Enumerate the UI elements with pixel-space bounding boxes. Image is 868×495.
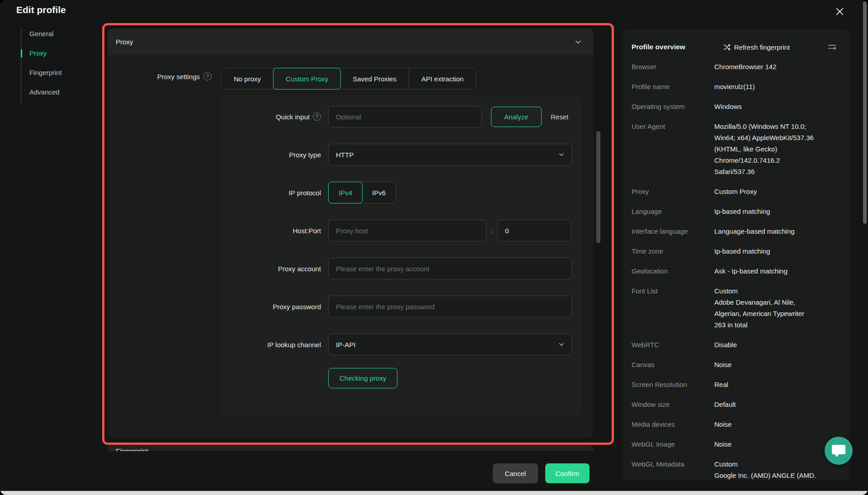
overview-row-label: Media devices <box>632 419 714 430</box>
profile-overview-panel: Profile overview Refresh fingerprint Bro… <box>623 29 850 480</box>
proxy-password-row: Proxy password <box>221 296 581 317</box>
proxy-settings-label: Proxy settings <box>157 73 200 80</box>
overview-row-value: movierulz(11) <box>714 81 755 92</box>
overview-row: Language Ip-based matching <box>632 206 836 217</box>
help-icon[interactable]: ? <box>313 113 321 121</box>
overview-row-label: Canvas <box>632 359 714 370</box>
overview-row-label: Window size <box>632 399 714 410</box>
overview-row-value: Noise <box>714 419 731 430</box>
ip-lookup-select[interactable]: IP-API <box>328 334 572 355</box>
proxy-port-input[interactable] <box>497 220 571 241</box>
modal-footer: Cancel Confirm <box>0 451 623 495</box>
sidebar-item-general[interactable]: General <box>22 28 62 40</box>
proxy-password-input[interactable] <box>328 296 572 317</box>
ip-protocol-option-ipv4[interactable]: IPv4 <box>328 182 363 203</box>
overview-row-label: Browser <box>632 61 714 72</box>
overview-row-label: WebRTC <box>632 339 714 350</box>
overview-header: Profile overview Refresh fingerprint <box>632 43 836 51</box>
cancel-button[interactable]: Cancel <box>493 463 538 483</box>
ip-lookup-value: IP-API <box>336 341 355 349</box>
overview-row-label: Proxy <box>632 186 714 197</box>
ip-lookup-label: IP lookup channel <box>221 341 321 349</box>
overview-row-value: Noise <box>714 359 731 370</box>
refresh-fingerprint-label: Refresh fingerprint <box>734 43 790 51</box>
proxy-type-row: Proxy type HTTP <box>221 144 581 165</box>
checking-proxy-button[interactable]: Checking proxy <box>328 368 397 388</box>
help-icon[interactable]: ? <box>203 72 212 80</box>
overview-row-label: WebGL Image <box>632 438 714 450</box>
quick-input-row: Quick input ? Analyze Reset <box>221 106 581 127</box>
overview-row: Window size Default <box>632 399 836 410</box>
overview-row-label: Font List <box>632 285 714 330</box>
overview-row: Profile name movierulz(11) <box>632 81 836 92</box>
reset-button[interactable]: Reset <box>551 113 568 121</box>
quick-input-label: Quick input ? <box>221 113 321 121</box>
host-port-label: Host:Port <box>221 227 321 235</box>
overview-row-value: Ip-based matching <box>714 206 770 217</box>
confirm-button[interactable]: Confirm <box>545 463 590 483</box>
refresh-fingerprint-button[interactable]: Refresh fingerprint <box>723 43 790 51</box>
proxy-section-title: Proxy <box>116 38 133 46</box>
sidebar-item-advanced[interactable]: Advanced <box>22 86 62 98</box>
tab-api-extraction[interactable]: API extraction <box>409 68 476 89</box>
overview-row-value: Default <box>714 399 736 410</box>
content-scrollbar-thumb[interactable] <box>596 131 600 243</box>
ip-protocol-segmented: IPv4IPv6 <box>328 182 396 203</box>
overview-row-value: Mozilla/5.0 (Windows NT 10.0; Win64; x64… <box>714 121 814 177</box>
ip-lookup-row: IP lookup channel IP-API <box>221 334 581 355</box>
chat-widget-button[interactable] <box>825 437 853 465</box>
analyze-button[interactable]: Analyze <box>491 107 542 127</box>
overview-row: WebRTC Disable <box>632 339 836 350</box>
edit-profile-modal: Edit profile GeneralProxyFingerprintAdva… <box>0 0 868 495</box>
quick-input-field[interactable] <box>328 106 482 127</box>
sidebar-item-proxy[interactable]: Proxy <box>22 47 62 59</box>
host-port-row: Host:Port : <box>221 220 581 241</box>
host-port-separator: : <box>491 227 493 235</box>
overview-row: WebGL Image Noise <box>632 438 836 450</box>
proxy-type-value: HTTP <box>336 151 354 159</box>
tab-saved-proxies[interactable]: Saved Proxies <box>340 68 409 89</box>
proxy-type-label: Proxy type <box>221 151 321 159</box>
overview-row: User Agent Mozilla/5.0 (Windows NT 10.0;… <box>632 121 836 177</box>
overview-scrollbar-thumb[interactable] <box>863 1 867 224</box>
sidebar-item-fingerprint[interactable]: Fingerprint <box>22 67 62 79</box>
overview-row-value: Noise <box>714 438 731 450</box>
tab-custom-proxy[interactable]: Custom Proxy <box>273 68 341 90</box>
overview-row-label: Profile name <box>632 81 714 92</box>
ip-protocol-label: IP protocol <box>221 189 321 197</box>
ip-protocol-option-ipv6[interactable]: IPv6 <box>362 182 396 203</box>
proxy-password-label: Proxy password <box>221 303 321 311</box>
overview-row-value: Custom Google Inc. (AMD) ANGLE (AMD. <box>714 458 816 480</box>
close-icon[interactable] <box>834 5 845 17</box>
overview-title: Profile overview <box>632 43 685 51</box>
overview-row: Media devices Noise <box>632 419 836 430</box>
overview-row: Geolocation Ask - Ip-based matching <box>632 265 836 277</box>
proxy-type-select[interactable]: HTTP <box>328 144 572 165</box>
sidebar-nav: GeneralProxyFingerprintAdvanced <box>21 28 62 106</box>
proxy-account-input[interactable] <box>328 258 572 279</box>
overview-row-value: Custom Proxy <box>714 186 757 197</box>
overview-row-value: Real <box>714 379 728 390</box>
overview-row-value: Language-based matching <box>714 226 795 237</box>
proxy-section-card: Proxy Proxy settings ? No proxyCustom Pr… <box>108 28 594 438</box>
proxy-section-header[interactable]: Proxy <box>108 28 594 55</box>
proxy-host-input[interactable] <box>328 220 486 241</box>
overview-row-label: Geolocation <box>632 265 714 277</box>
collapse-panel-icon[interactable] <box>828 43 836 51</box>
custom-proxy-form-panel: Quick input ? Analyze Reset Proxy type H… <box>221 96 581 415</box>
overview-row: Proxy Custom Proxy <box>632 186 836 197</box>
chevron-down-icon <box>558 151 565 158</box>
overview-row-value: Ip-based matching <box>714 245 770 257</box>
ip-protocol-row: IP protocol IPv4IPv6 <box>221 182 581 203</box>
overview-row: WebGL Metadata Custom Google Inc. (AMD) … <box>632 458 836 480</box>
overview-row-label: Language <box>632 206 714 217</box>
overview-row: Browser ChromeBrowser 142 <box>632 61 836 72</box>
chevron-down-icon[interactable] <box>575 38 582 46</box>
overview-row-value: Custom Adobe Devanagari, Al Nile, Algeri… <box>714 285 804 330</box>
overview-row: Interface language Language-based matchi… <box>632 226 836 237</box>
proxy-mode-tabs: No proxyCustom ProxySaved ProxiesAPI ext… <box>221 68 476 90</box>
overview-row-value: Ask - Ip-based matching <box>714 265 788 277</box>
overview-row: Font List Custom Adobe Devanagari, Al Ni… <box>632 285 836 330</box>
tab-no-proxy[interactable]: No proxy <box>222 68 274 89</box>
bottom-edge-strip <box>0 491 868 495</box>
